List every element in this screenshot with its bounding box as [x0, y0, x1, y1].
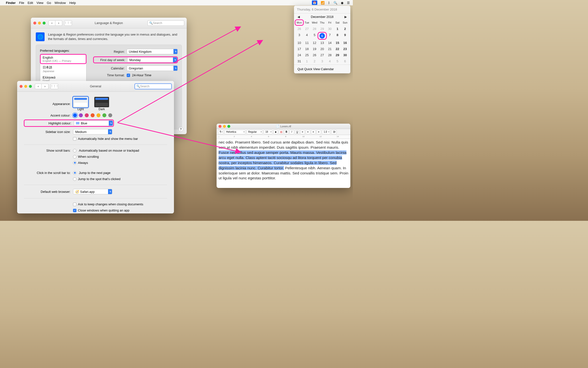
- cal-day[interactable]: 2: [311, 59, 318, 64]
- cal-day[interactable]: 19: [311, 47, 318, 51]
- minimize-button[interactable]: [38, 22, 41, 25]
- accent-dot[interactable]: [79, 113, 83, 117]
- cal-day[interactable]: 29: [318, 26, 326, 31]
- accent-dot[interactable]: [97, 113, 100, 117]
- menu-go[interactable]: Go: [47, 1, 51, 5]
- close-button[interactable]: [20, 85, 23, 88]
- cal-day[interactable]: 29: [334, 53, 341, 57]
- 24hour-checkbox[interactable]: ✓: [127, 74, 130, 77]
- cal-day[interactable]: 30: [341, 53, 349, 57]
- cal-day[interactable]: 25: [303, 53, 311, 57]
- back-button[interactable]: ‹: [49, 20, 55, 26]
- cal-day[interactable]: 28: [326, 53, 334, 57]
- cal-day[interactable]: 23: [341, 47, 349, 51]
- region-select[interactable]: United Kingdom⇅: [127, 49, 178, 54]
- cal-day[interactable]: 10: [295, 40, 303, 45]
- menu-help[interactable]: Help: [69, 1, 76, 5]
- cal-day[interactable]: 11: [303, 40, 311, 45]
- bold-button[interactable]: B: [284, 130, 289, 134]
- font-style-select[interactable]: Regular: [246, 130, 263, 134]
- cal-day[interactable]: 3: [318, 59, 326, 64]
- cal-day[interactable]: 4: [303, 33, 311, 39]
- sidebar-icon-size-select[interactable]: Medium⇅: [73, 129, 112, 134]
- click-opt-next[interactable]: [73, 171, 76, 175]
- close-button[interactable]: [219, 125, 221, 128]
- autohide-menubar-checkbox[interactable]: [73, 137, 76, 141]
- next-month-button[interactable]: ▶: [344, 15, 347, 19]
- cal-day[interactable]: 26: [295, 26, 303, 31]
- cal-day[interactable]: 15: [334, 40, 341, 45]
- cal-day-today[interactable]: 6: [318, 33, 326, 39]
- minimize-button[interactable]: [223, 125, 226, 128]
- accent-dot[interactable]: [102, 113, 106, 117]
- accent-dot[interactable]: [108, 113, 112, 117]
- first-day-of-week-select[interactable]: Monday⇅: [127, 57, 177, 63]
- menu-view[interactable]: View: [37, 1, 43, 5]
- cal-day[interactable]: 27: [318, 53, 326, 57]
- click-opt-spot[interactable]: [73, 177, 76, 181]
- prev-month-button[interactable]: ◀: [297, 15, 300, 19]
- calendar-select[interactable]: Gregorian⇅: [127, 66, 178, 71]
- quit-calendar-button[interactable]: Quit Quick View Calendar: [294, 65, 350, 73]
- italic-button[interactable]: I: [290, 130, 294, 134]
- appearance-dark[interactable]: Dark: [94, 97, 109, 111]
- back-button[interactable]: ‹: [35, 84, 42, 89]
- font-size-select[interactable]: 18: [264, 130, 272, 134]
- calendar-menu-icon[interactable]: 📅: [312, 0, 317, 5]
- appearance-light[interactable]: Light: [73, 97, 88, 111]
- menu-file[interactable]: File: [19, 1, 24, 5]
- cal-day[interactable]: 2: [341, 26, 349, 31]
- cal-day[interactable]: 5: [334, 59, 341, 64]
- search-input[interactable]: 🔍 Search: [147, 20, 184, 26]
- highlight-colour-select[interactable]: Blue⇅: [74, 120, 113, 126]
- cal-day[interactable]: 24: [295, 53, 303, 57]
- notification-center-icon[interactable]: ☰: [347, 1, 350, 5]
- align-left-button[interactable]: ≡: [300, 130, 305, 134]
- wifi-icon[interactable]: 📶: [321, 1, 325, 5]
- show-all-button[interactable]: ⋮⋮⋮: [64, 20, 72, 26]
- scroll-opt-when[interactable]: [73, 155, 76, 158]
- cal-day[interactable]: 9: [341, 33, 349, 39]
- menu-window[interactable]: Window: [54, 1, 66, 5]
- ruler[interactable]: ⌄2468101214: [217, 135, 350, 139]
- close-windows-checkbox[interactable]: ✓: [73, 209, 76, 212]
- cal-day[interactable]: 7: [326, 33, 334, 39]
- cal-day[interactable]: 12: [311, 40, 318, 45]
- align-right-button[interactable]: ≡: [311, 130, 316, 134]
- cal-day[interactable]: 26: [311, 53, 318, 57]
- scroll-opt-auto[interactable]: [73, 149, 76, 152]
- bluetooth-icon[interactable]: ᛒ: [328, 1, 330, 5]
- close-button[interactable]: [33, 22, 36, 25]
- cal-day[interactable]: 1: [303, 59, 311, 64]
- accent-dot[interactable]: [91, 113, 95, 117]
- text-color-button[interactable]: ■: [273, 130, 278, 134]
- forward-button[interactable]: ›: [42, 84, 49, 89]
- font-family-select[interactable]: Helvetica: [224, 130, 245, 134]
- accent-dot[interactable]: [73, 113, 77, 117]
- line-spacing-select[interactable]: 1.0: [322, 130, 330, 134]
- zoom-button[interactable]: [29, 85, 32, 88]
- cal-day[interactable]: 28: [311, 26, 318, 31]
- lang-item-japanese[interactable]: 日本語 Japanese: [40, 64, 86, 74]
- cal-day[interactable]: 1: [334, 26, 341, 31]
- cal-day[interactable]: 8: [334, 33, 341, 39]
- cal-day[interactable]: 13: [318, 40, 326, 45]
- show-all-button[interactable]: ⋮⋮⋮: [50, 84, 58, 89]
- lang-item-english[interactable]: English English (UK) — Primary: [40, 54, 86, 64]
- cal-day[interactable]: 27: [303, 26, 311, 31]
- zoom-button[interactable]: [227, 125, 230, 128]
- align-center-button[interactable]: ≡: [306, 130, 310, 134]
- underline-button[interactable]: U: [295, 130, 299, 134]
- ask-keep-changes-checkbox[interactable]: [73, 203, 76, 206]
- cal-day[interactable]: 20: [318, 47, 326, 51]
- document-title[interactable]: 📄 Lorem.rtf: [276, 125, 291, 128]
- cal-day[interactable]: 6: [341, 59, 349, 64]
- cal-day[interactable]: 30: [326, 26, 334, 31]
- cal-day[interactable]: 17: [295, 47, 303, 51]
- spotlight-icon[interactable]: 🔍: [333, 1, 337, 5]
- cal-day[interactable]: 31: [295, 59, 303, 64]
- cal-day[interactable]: 3: [295, 33, 303, 39]
- default-browser-select[interactable]: 🧭Safari.app⇅: [73, 189, 112, 194]
- menu-edit[interactable]: Edit: [28, 1, 33, 5]
- bg-color-button[interactable]: ▨: [279, 130, 283, 134]
